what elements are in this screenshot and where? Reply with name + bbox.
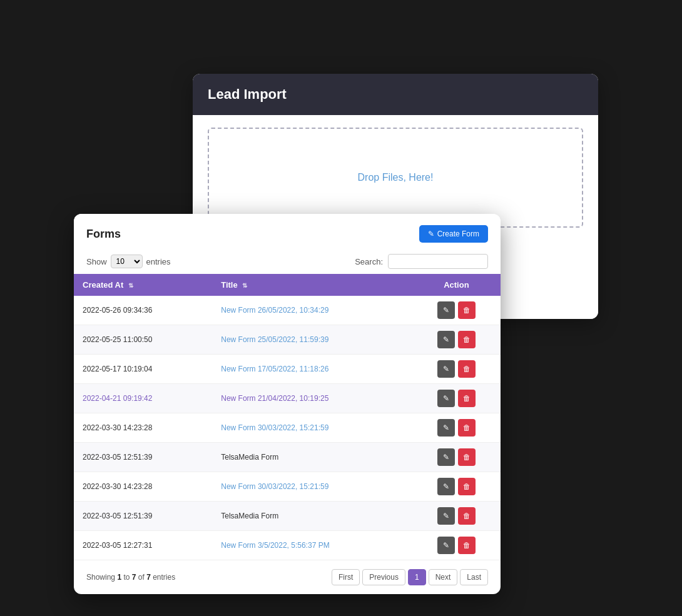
pagination-current[interactable]: 1 xyxy=(408,569,426,585)
cell-action: ✎🗑 xyxy=(412,413,501,443)
search-label: Search: xyxy=(355,257,383,266)
cell-action: ✎🗑 xyxy=(412,531,501,560)
cell-title: New Form 30/03/2022, 15:21:59 xyxy=(212,472,412,502)
drop-zone-text: Drop Files, Here! xyxy=(358,172,434,183)
cell-action: ✎🗑 xyxy=(412,296,501,325)
col-action-label: Action xyxy=(444,280,469,290)
pagination-last[interactable]: Last xyxy=(460,569,488,585)
table-row: 2022-03-05 12:27:31New Form 3/5/2022, 5:… xyxy=(74,531,501,560)
table-row: 2022-05-17 10:19:04New Form 17/05/2022, … xyxy=(74,355,501,384)
delete-button[interactable]: 🗑 xyxy=(458,478,476,495)
delete-button[interactable]: 🗑 xyxy=(458,507,476,525)
cell-title: New Form 21/04/2022, 10:19:25 xyxy=(212,384,412,413)
edit-button[interactable]: ✎ xyxy=(437,448,455,466)
cell-created-at: 2022-03-30 14:23:28 xyxy=(74,472,212,502)
search-control: Search: xyxy=(355,254,488,269)
cell-created-at: 2022-03-05 12:51:39 xyxy=(74,502,212,531)
edit-button[interactable]: ✎ xyxy=(437,331,455,348)
forms-card-header: Forms ✎ Create Form xyxy=(74,214,501,249)
delete-button[interactable]: 🗑 xyxy=(458,448,476,466)
create-form-button[interactable]: ✎ Create Form xyxy=(419,225,488,243)
edit-button[interactable]: ✎ xyxy=(437,360,455,378)
table-row: 2022-03-30 14:23:28New Form 30/03/2022, … xyxy=(74,472,501,502)
cell-action: ✎🗑 xyxy=(412,325,501,355)
entries-select[interactable]: 10 25 50 100 xyxy=(111,255,143,268)
delete-button[interactable]: 🗑 xyxy=(458,537,476,554)
cell-created-at: 2022-03-05 12:27:31 xyxy=(74,531,212,560)
pagination-next[interactable]: Next xyxy=(429,569,458,585)
sort-icon-created-at: ⇅ xyxy=(128,282,133,289)
lead-import-header: Lead Import xyxy=(193,74,598,115)
cell-created-at: 2022-03-05 12:51:39 xyxy=(74,443,212,472)
cell-created-at: 2022-04-21 09:19:42 xyxy=(74,384,212,413)
cell-title: TelsaMedia Form xyxy=(212,502,412,531)
cell-action: ✎🗑 xyxy=(412,472,501,502)
col-created-at[interactable]: Created At ⇅ xyxy=(74,274,212,296)
cell-action: ✎🗑 xyxy=(412,384,501,413)
edit-button[interactable]: ✎ xyxy=(437,419,455,437)
pagination-first[interactable]: First xyxy=(332,569,360,585)
cell-title: New Form 30/03/2022, 15:21:59 xyxy=(212,413,412,443)
cell-title: New Form 26/05/2022, 10:34:29 xyxy=(212,296,412,325)
edit-button[interactable]: ✎ xyxy=(437,301,455,319)
delete-button[interactable]: 🗑 xyxy=(458,331,476,348)
cell-created-at: 2022-05-26 09:34:36 xyxy=(74,296,212,325)
table-row: 2022-03-05 12:51:39TelsaMedia Form✎🗑 xyxy=(74,502,501,531)
cell-created-at: 2022-05-25 11:00:50 xyxy=(74,325,212,355)
cell-action: ✎🗑 xyxy=(412,355,501,384)
forms-footer: Showing 1 to 7 of 7 entries First Previo… xyxy=(74,560,501,594)
cell-action: ✎🗑 xyxy=(412,443,501,472)
show-label: Show xyxy=(86,257,107,266)
cell-title: New Form 25/05/2022, 11:59:39 xyxy=(212,325,412,355)
delete-button[interactable]: 🗑 xyxy=(458,419,476,437)
search-input[interactable] xyxy=(388,254,488,269)
pagination: First Previous 1 Next Last xyxy=(332,569,488,585)
show-entries-control: Show 10 25 50 100 entries xyxy=(86,255,171,268)
create-form-label: Create Form xyxy=(437,230,479,238)
edit-button[interactable]: ✎ xyxy=(437,390,455,407)
forms-controls: Show 10 25 50 100 entries Search: xyxy=(74,249,501,274)
delete-button[interactable]: 🗑 xyxy=(458,301,476,319)
cell-title: TelsaMedia Form xyxy=(212,443,412,472)
table-row: 2022-03-05 12:51:39TelsaMedia Form✎🗑 xyxy=(74,443,501,472)
cell-created-at: 2022-05-17 10:19:04 xyxy=(74,355,212,384)
table-row: 2022-05-26 09:34:36New Form 26/05/2022, … xyxy=(74,296,501,325)
lead-import-title: Lead Import xyxy=(208,86,287,102)
pagination-previous[interactable]: Previous xyxy=(362,569,405,585)
create-form-icon: ✎ xyxy=(428,230,434,238)
edit-button[interactable]: ✎ xyxy=(437,507,455,525)
table-row: 2022-03-30 14:23:28New Form 30/03/2022, … xyxy=(74,413,501,443)
edit-button[interactable]: ✎ xyxy=(437,478,455,495)
cell-title: New Form 17/05/2022, 11:18:26 xyxy=(212,355,412,384)
cell-title: New Form 3/5/2022, 5:56:37 PM xyxy=(212,531,412,560)
drop-zone[interactable]: Drop Files, Here! xyxy=(208,128,583,228)
forms-title: Forms xyxy=(86,228,121,241)
table-header-row: Created At ⇅ Title ⇅ Action xyxy=(74,274,501,296)
cell-action: ✎🗑 xyxy=(412,502,501,531)
sort-icon-title: ⇅ xyxy=(242,282,247,289)
col-action: Action xyxy=(412,274,501,296)
cell-created-at: 2022-03-30 14:23:28 xyxy=(74,413,212,443)
col-created-at-label: Created At xyxy=(83,280,123,290)
table-row: 2022-04-21 09:19:42New Form 21/04/2022, … xyxy=(74,384,501,413)
forms-table: Created At ⇅ Title ⇅ Action 2022-05-26 0… xyxy=(74,274,501,560)
delete-button[interactable]: 🗑 xyxy=(458,390,476,407)
col-title-label: Title xyxy=(221,280,238,290)
col-title[interactable]: Title ⇅ xyxy=(212,274,412,296)
showing-text: Showing 1 to 7 of 7 entries xyxy=(86,573,175,582)
entries-label: entries xyxy=(146,257,171,266)
table-row: 2022-05-25 11:00:50New Form 25/05/2022, … xyxy=(74,325,501,355)
forms-card: Forms ✎ Create Form Show 10 25 50 100 en… xyxy=(74,214,501,594)
edit-button[interactable]: ✎ xyxy=(437,537,455,554)
delete-button[interactable]: 🗑 xyxy=(458,360,476,378)
